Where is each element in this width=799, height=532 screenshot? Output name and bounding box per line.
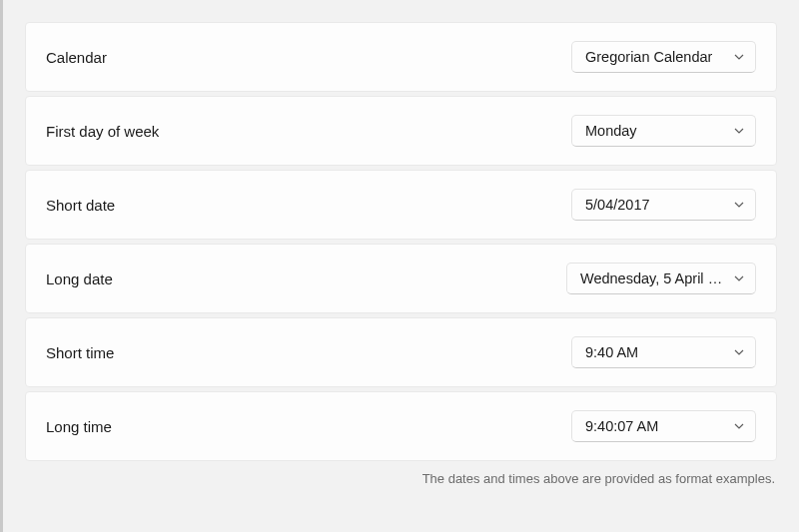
format-examples-footnote: The dates and times above are provided a… [3,465,799,486]
long-date-row: Long date Wednesday, 5 April 2017 [25,244,777,313]
calendar-label: Calendar [46,49,107,66]
chevron-down-icon [733,346,745,358]
short-date-label: Short date [46,197,115,214]
long-date-value: Wednesday, 5 April 2017 [580,270,725,286]
chevron-down-icon [733,420,745,432]
first-day-of-week-value: Monday [585,123,637,139]
chevron-down-icon [733,51,745,63]
short-time-value: 9:40 AM [585,344,638,360]
long-time-row: Long time 9:40:07 AM [25,391,777,461]
long-time-dropdown[interactable]: 9:40:07 AM [571,410,756,442]
short-time-row: Short time 9:40 AM [25,317,777,387]
chevron-down-icon [733,199,745,211]
regional-format-settings: Calendar Gregorian Calendar First day of… [3,0,799,461]
calendar-value: Gregorian Calendar [585,49,712,65]
first-day-of-week-row: First day of week Monday [25,96,777,166]
long-time-value: 9:40:07 AM [585,418,658,434]
long-date-label: Long date [46,270,113,287]
long-date-dropdown[interactable]: Wednesday, 5 April 2017 [566,263,756,294]
short-time-label: Short time [46,344,114,361]
chevron-down-icon [733,125,745,137]
first-day-of-week-label: First day of week [46,123,159,140]
first-day-of-week-dropdown[interactable]: Monday [571,115,756,147]
calendar-row: Calendar Gregorian Calendar [25,22,777,92]
calendar-dropdown[interactable]: Gregorian Calendar [571,41,756,73]
short-date-row: Short date 5/04/2017 [25,170,777,240]
short-date-value: 5/04/2017 [585,197,650,213]
chevron-down-icon [733,272,745,284]
short-time-dropdown[interactable]: 9:40 AM [571,336,756,368]
long-time-label: Long time [46,418,112,435]
short-date-dropdown[interactable]: 5/04/2017 [571,189,756,221]
